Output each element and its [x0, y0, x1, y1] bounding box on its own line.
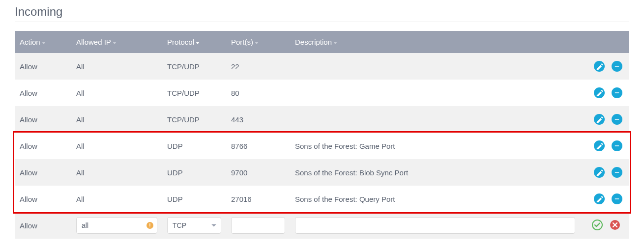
cell-ports: 27016 [226, 186, 290, 212]
edit-button[interactable] [594, 167, 605, 178]
col-header-description[interactable]: Description [290, 31, 580, 53]
edit-button[interactable] [594, 87, 605, 98]
cell-protocol: TCP/UDP [162, 106, 226, 133]
cancel-button[interactable] [610, 220, 620, 230]
caret-down-icon [113, 42, 117, 44]
cell-description [290, 106, 580, 133]
cell-action: Allow [15, 159, 71, 186]
table-row: AllowAllTCP/UDP80 [15, 80, 629, 106]
table-row: AllowAllTCP/UDP443 [15, 106, 629, 133]
cell-allowed-ip: All [71, 80, 162, 106]
remove-button[interactable] [612, 193, 622, 204]
caret-down-icon [196, 42, 200, 44]
col-header-ports[interactable]: Port(s) [226, 31, 290, 53]
caret-down-icon [42, 42, 46, 44]
caret-down-icon [255, 42, 259, 44]
table-row: AllowAllUDP9700Sons of the Forest: Blob … [15, 159, 629, 186]
edit-button[interactable] [594, 193, 605, 204]
protocol-select[interactable]: TCPUDPTCP/UDP [167, 217, 221, 234]
cell-action: Allow [15, 186, 71, 212]
col-header-action[interactable]: Action [15, 31, 71, 53]
allowed-ip-input[interactable] [76, 217, 157, 234]
cell-ports: 443 [226, 106, 290, 133]
cell-action: Allow [15, 80, 71, 106]
col-header-label: Allowed IP [76, 38, 111, 46]
cell-allowed-ip: All [71, 106, 162, 133]
description-input[interactable] [295, 217, 575, 234]
table-row: AllowAllUDP8766Sons of the Forest: Game … [15, 133, 629, 159]
remove-button[interactable] [612, 114, 622, 125]
firewall-rules-table: Action Allowed IP Protocol Port(s) Descr… [15, 31, 629, 239]
cell-description [290, 53, 580, 80]
cell-ports: 22 [226, 53, 290, 80]
ports-input[interactable] [231, 217, 285, 234]
cell-ports: 8766 [226, 133, 290, 159]
table-row: AllowAllTCP/UDP22 [15, 53, 629, 80]
warning-icon: ! [146, 222, 153, 229]
cell-description: Sons of the Forest: Query Port [290, 186, 580, 212]
edit-button[interactable] [594, 61, 605, 72]
cell-action: Allow [15, 106, 71, 133]
confirm-button[interactable] [592, 220, 603, 230]
cell-protocol: TCP/UDP [162, 80, 226, 106]
col-header-label: Action [20, 38, 40, 46]
cell-protocol: UDP [162, 133, 226, 159]
cell-allowed-ip: All [71, 133, 162, 159]
remove-button[interactable] [612, 167, 622, 178]
remove-button[interactable] [612, 140, 622, 151]
cell-protocol: UDP [162, 186, 226, 212]
cell-description: Sons of the Forest: Blob Sync Port [290, 159, 580, 186]
cell-allowed-ip: All [71, 159, 162, 186]
cell-description: Sons of the Forest: Game Port [290, 133, 580, 159]
cell-action: Allow [15, 133, 71, 159]
col-header-label: Protocol [167, 38, 194, 46]
col-header-label: Description [295, 38, 332, 46]
cell-protocol: UDP [162, 159, 226, 186]
col-header-label: Port(s) [231, 38, 253, 46]
cell-allowed-ip: All [71, 186, 162, 212]
caret-down-icon [333, 42, 337, 44]
remove-button[interactable] [612, 87, 622, 98]
cell-ports: 80 [226, 80, 290, 106]
remove-button[interactable] [612, 61, 622, 72]
col-header-protocol[interactable]: Protocol [162, 31, 226, 53]
cell-description [290, 80, 580, 106]
cell-action: Allow [15, 53, 71, 80]
col-header-actions [580, 31, 629, 53]
new-rule-row: Allow!TCPUDPTCP/UDP [15, 212, 629, 239]
table-row: AllowAllUDP27016Sons of the Forest: Quer… [15, 186, 629, 212]
cell-ports: 9700 [226, 159, 290, 186]
cell-action: Allow [15, 212, 71, 239]
edit-button[interactable] [594, 114, 605, 125]
cell-protocol: TCP/UDP [162, 53, 226, 80]
col-header-allowed-ip[interactable]: Allowed IP [71, 31, 162, 53]
cell-allowed-ip: All [71, 53, 162, 80]
section-title: Incoming [15, 5, 629, 22]
edit-button[interactable] [594, 140, 605, 151]
